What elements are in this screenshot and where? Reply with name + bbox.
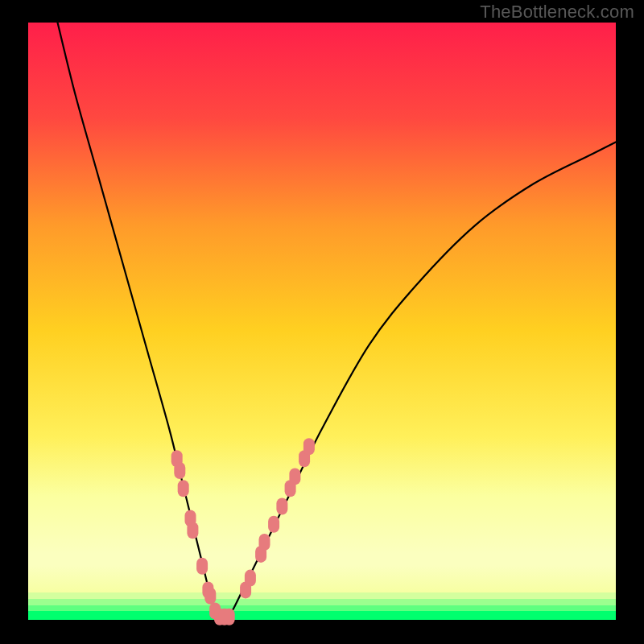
watermark-text: TheBottleneck.com xyxy=(480,2,634,23)
curve-marker xyxy=(224,609,235,625)
gradient-band-green4 xyxy=(28,611,616,620)
gradient-band-main xyxy=(28,23,616,554)
gradient-band-green3 xyxy=(28,605,616,611)
curve-marker xyxy=(303,438,315,455)
gradient-band-pale-fade xyxy=(28,565,616,592)
curve-marker xyxy=(196,558,208,575)
gradient-band-green1 xyxy=(28,592,616,599)
curve-marker xyxy=(245,570,256,587)
curve-marker xyxy=(276,498,287,515)
gradient-band-pale-solid xyxy=(28,554,616,565)
gradient-band-green2 xyxy=(28,599,616,605)
curve-marker xyxy=(187,522,198,539)
curve-marker xyxy=(174,462,185,479)
curve-marker xyxy=(204,588,216,605)
plot-area xyxy=(28,23,616,625)
curve-marker xyxy=(259,534,270,551)
chart-svg xyxy=(0,0,644,644)
curve-marker xyxy=(289,468,300,485)
chart-stage: TheBottleneck.com xyxy=(0,0,644,644)
curve-marker xyxy=(178,480,189,497)
curve-marker xyxy=(268,516,279,533)
